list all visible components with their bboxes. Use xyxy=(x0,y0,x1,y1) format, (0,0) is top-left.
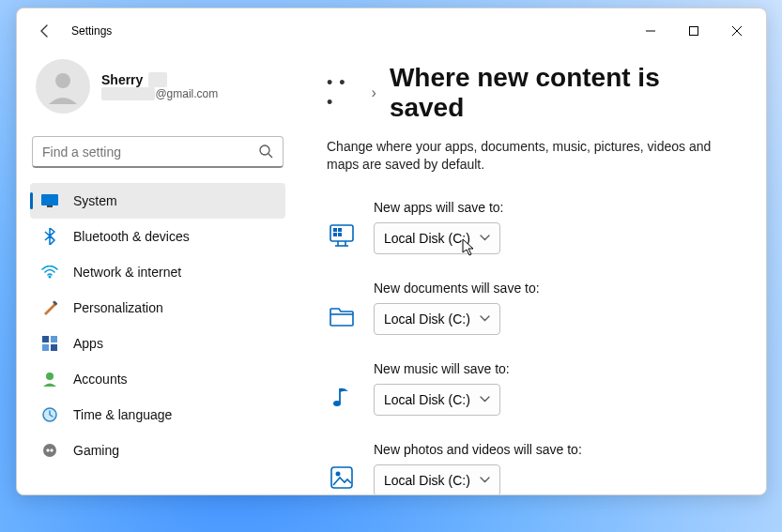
breadcrumb-ellipsis[interactable]: • • • xyxy=(327,73,359,113)
sidebar-item-label: Network & internet xyxy=(73,265,181,280)
main-panel: • • • › Where new content is saved Chang… xyxy=(299,53,766,494)
titlebar: Settings xyxy=(17,8,766,53)
image-icon xyxy=(327,463,357,493)
svg-point-15 xyxy=(46,372,54,380)
profile-text: Sherryaa ________@gmail.com xyxy=(101,72,218,100)
search-icon xyxy=(259,144,273,159)
person-icon xyxy=(43,67,83,106)
svg-rect-20 xyxy=(338,228,342,232)
sidebar-item-label: Accounts xyxy=(73,372,128,387)
settings-window: Settings Sherryaa ________@gmail.com xyxy=(16,8,767,495)
setting-label: New apps will save to: xyxy=(374,200,504,215)
chevron-down-icon xyxy=(480,235,490,241)
sidebar-item-label: Bluetooth & devices xyxy=(73,229,190,244)
svg-point-5 xyxy=(260,145,269,155)
system-icon xyxy=(41,192,58,209)
svg-rect-13 xyxy=(42,344,49,351)
dropdown-photos[interactable]: Local Disk (C:) xyxy=(374,464,500,494)
svg-rect-14 xyxy=(51,344,57,351)
sidebar-item-bluetooth[interactable]: Bluetooth & devices xyxy=(30,219,285,254)
search-input-wrapper[interactable] xyxy=(32,136,284,168)
profile[interactable]: Sherryaa ________@gmail.com xyxy=(30,53,285,129)
wifi-icon xyxy=(41,264,58,281)
sidebar: Sherryaa ________@gmail.com System Bluet… xyxy=(17,53,299,494)
profile-name: Sherry xyxy=(101,72,143,87)
chevron-down-icon xyxy=(480,315,490,322)
svg-point-9 xyxy=(49,276,52,279)
dropdown-value: Local Disk (C:) xyxy=(384,312,470,327)
avatar xyxy=(36,59,90,114)
apps-icon xyxy=(41,335,58,352)
sidebar-item-gaming[interactable]: Gaming xyxy=(30,433,285,468)
setting-photos: New photos and videos will save to: Loca… xyxy=(327,442,738,494)
dropdown-music[interactable]: Local Disk (C:) xyxy=(374,384,500,416)
dropdown-apps[interactable]: Local Disk (C:) xyxy=(374,222,500,254)
setting-label: New documents will save to: xyxy=(374,281,540,296)
svg-point-29 xyxy=(336,471,341,476)
setting-music: New music will save to: Local Disk (C:) xyxy=(327,361,738,416)
sidebar-item-network[interactable]: Network & internet xyxy=(30,254,285,290)
svg-rect-22 xyxy=(338,233,342,236)
svg-point-4 xyxy=(55,73,70,88)
sidebar-item-time[interactable]: Time & language xyxy=(30,397,285,433)
profile-email-suffix: @gmail.com xyxy=(155,87,218,100)
sidebar-item-apps[interactable]: Apps xyxy=(30,326,285,361)
arrow-left-icon xyxy=(38,23,53,38)
search-input[interactable] xyxy=(42,144,259,160)
paintbrush-icon xyxy=(41,299,58,316)
sidebar-item-label: Personalization xyxy=(73,300,163,315)
window-title: Settings xyxy=(71,24,112,38)
chevron-down-icon xyxy=(480,477,490,483)
sidebar-item-label: Gaming xyxy=(73,443,119,458)
dropdown-value: Local Disk (C:) xyxy=(384,392,470,407)
dropdown-value: Local Disk (C:) xyxy=(384,231,470,246)
svg-rect-21 xyxy=(333,233,337,236)
sidebar-item-label: System xyxy=(73,193,117,208)
setting-label: New photos and videos will save to: xyxy=(374,442,582,457)
sidebar-item-label: Time & language xyxy=(73,407,172,422)
svg-rect-19 xyxy=(333,228,337,232)
sidebar-item-accounts[interactable]: Accounts xyxy=(30,361,285,397)
svg-rect-1 xyxy=(690,27,698,36)
sidebar-item-personalization[interactable]: Personalization xyxy=(30,290,285,326)
dropdown-documents[interactable]: Local Disk (C:) xyxy=(374,303,500,335)
setting-documents: New documents will save to: Local Disk (… xyxy=(327,281,738,335)
svg-rect-12 xyxy=(51,336,57,342)
monitor-icon xyxy=(327,220,357,251)
svg-line-6 xyxy=(268,154,272,158)
svg-rect-7 xyxy=(41,194,58,205)
svg-rect-8 xyxy=(47,205,53,207)
content-area: Sherryaa ________@gmail.com System Bluet… xyxy=(17,53,766,494)
nav: System Bluetooth & devices Network & int… xyxy=(30,183,285,468)
chevron-down-icon xyxy=(480,396,490,403)
accounts-icon xyxy=(41,371,58,388)
setting-label: New music will save to: xyxy=(374,361,510,376)
clock-icon xyxy=(41,406,58,423)
breadcrumb: • • • › Where new content is saved xyxy=(327,63,738,123)
folder-icon xyxy=(327,301,357,331)
chevron-right-icon: › xyxy=(372,84,376,101)
email-hidden: ________ xyxy=(101,87,155,100)
bluetooth-icon xyxy=(41,228,58,245)
close-button[interactable] xyxy=(715,16,759,46)
maximize-button[interactable] xyxy=(672,16,715,46)
page-title: Where new content is saved xyxy=(390,63,738,123)
sidebar-item-system[interactable]: System xyxy=(30,183,285,219)
dropdown-value: Local Disk (C:) xyxy=(384,473,470,488)
svg-point-27 xyxy=(333,401,341,406)
page-description: Change where your apps, documents, music… xyxy=(327,138,738,174)
svg-rect-11 xyxy=(42,336,49,342)
setting-apps: New apps will save to: Local Disk (C:) xyxy=(327,200,738,254)
window-controls xyxy=(629,16,759,46)
music-note-icon xyxy=(327,382,357,412)
gaming-icon xyxy=(41,442,58,459)
sidebar-item-label: Apps xyxy=(73,336,103,351)
minimize-button[interactable] xyxy=(629,16,672,46)
back-button[interactable] xyxy=(24,10,66,52)
